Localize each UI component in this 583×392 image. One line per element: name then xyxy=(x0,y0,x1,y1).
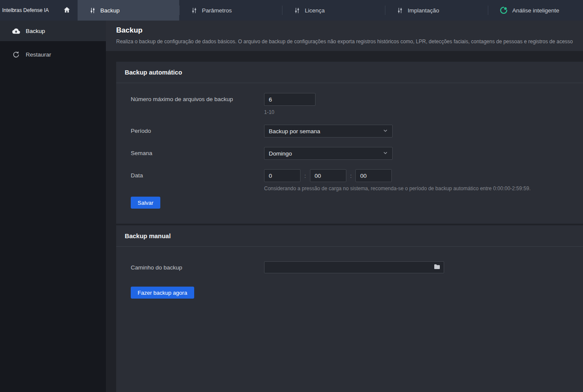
date-row: Data : : Considerando a pressão de carga… xyxy=(131,169,573,192)
backup-now-button[interactable]: Fazer backup agora xyxy=(131,287,194,299)
sliders-icon xyxy=(397,7,403,14)
period-select-value: Backup por semana xyxy=(269,128,320,135)
tab-label: Parâmetros xyxy=(202,7,232,14)
sliders-icon xyxy=(294,7,300,14)
period-row: Período Backup por semana xyxy=(131,125,573,138)
auto-backup-section-title: Backup automático xyxy=(116,62,583,83)
sidebar: Backup Restaurar xyxy=(0,21,106,392)
tab-licenca[interactable]: Licença xyxy=(282,0,385,21)
sliders-icon xyxy=(191,7,197,14)
sidebar-item-backup[interactable]: Backup xyxy=(0,21,106,41)
save-button[interactable]: Salvar xyxy=(131,197,160,209)
hour-input[interactable] xyxy=(264,169,301,182)
brand-area: Intelbras Defense IA xyxy=(0,0,78,21)
tab-analise-inteligente[interactable]: Análise inteligente xyxy=(488,0,583,21)
week-label: Semana xyxy=(131,147,264,160)
max-files-row: Número máximo de arquivos de backup 1-10 xyxy=(131,93,573,115)
time-separator: : xyxy=(350,173,352,179)
restore-icon xyxy=(12,51,20,58)
page-header: Backup Realiza o backup de configuração … xyxy=(106,21,583,51)
date-label: Data xyxy=(131,169,264,182)
brand-title: Intelbras Defense IA xyxy=(2,7,49,13)
max-files-input[interactable] xyxy=(264,93,316,106)
manual-backup-section: Backup manual Caminho do backup Fazer b xyxy=(116,225,583,392)
tab-label: Backup xyxy=(100,7,120,14)
sidebar-item-restaurar[interactable]: Restaurar xyxy=(0,44,106,65)
max-files-label: Número máximo de arquivos de backup xyxy=(131,93,264,106)
time-separator: : xyxy=(304,173,306,179)
main-content: Backup Realiza o backup de configuração … xyxy=(106,21,583,392)
week-select[interactable]: Domingo xyxy=(264,147,393,160)
sidebar-item-label: Backup xyxy=(26,28,45,34)
backup-path-input[interactable] xyxy=(264,261,444,273)
auto-backup-section: Backup automático Número máximo de arqui… xyxy=(116,62,583,224)
tab-parametros[interactable]: Parâmetros xyxy=(179,0,282,21)
second-input[interactable] xyxy=(355,169,392,182)
page-description: Realiza o backup de configuração de dado… xyxy=(116,39,573,45)
intelligent-analysis-icon xyxy=(500,6,508,14)
top-navigation-bar: Intelbras Defense IA Backup Parâmetros L… xyxy=(0,0,583,21)
sliders-icon xyxy=(90,7,96,14)
period-label: Período xyxy=(131,125,264,138)
home-button[interactable] xyxy=(63,6,71,15)
page-title: Backup xyxy=(116,26,573,35)
sidebar-item-label: Restaurar xyxy=(26,51,51,58)
max-files-hint: 1-10 xyxy=(264,109,316,115)
chevron-down-icon xyxy=(383,128,388,135)
browse-folder-button[interactable] xyxy=(434,264,440,271)
tab-backup[interactable]: Backup xyxy=(78,0,179,21)
backup-path-row: Caminho do backup xyxy=(131,261,573,274)
cloud-backup-icon xyxy=(12,28,20,34)
backup-path-label: Caminho do backup xyxy=(131,261,264,274)
chevron-down-icon xyxy=(383,150,388,157)
tab-label: Análise inteligente xyxy=(512,7,559,14)
manual-backup-section-title: Backup manual xyxy=(116,225,583,247)
minute-input[interactable] xyxy=(310,169,346,182)
tab-label: Implantação xyxy=(408,7,439,14)
nav-tabs: Backup Parâmetros Licença Implantação An… xyxy=(78,0,583,21)
tab-implantacao[interactable]: Implantação xyxy=(385,0,488,21)
date-hint: Considerando a pressão de carga no siste… xyxy=(264,186,531,192)
week-select-value: Domingo xyxy=(269,150,292,157)
tab-label: Licença xyxy=(305,7,325,14)
folder-icon xyxy=(434,264,440,271)
week-row: Semana Domingo xyxy=(131,147,573,160)
home-icon xyxy=(63,6,71,15)
period-select[interactable]: Backup por semana xyxy=(264,125,393,138)
